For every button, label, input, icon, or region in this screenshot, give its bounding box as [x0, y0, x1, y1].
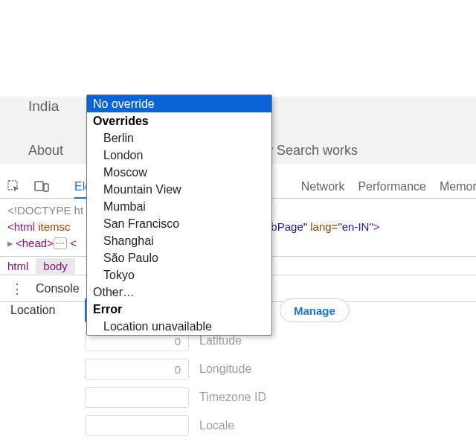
- footer-link-about[interactable]: About: [28, 143, 63, 159]
- tab-performance[interactable]: Performance: [358, 180, 426, 193]
- dropdown-item-override-7[interactable]: São Paulo: [87, 249, 271, 266]
- dropdown-heading-error: Error: [87, 301, 271, 318]
- latitude-label: Latitude: [199, 334, 274, 348]
- tab-network[interactable]: Network: [301, 180, 345, 193]
- inspect-icon[interactable]: [7, 180, 21, 193]
- crumb-html[interactable]: html: [0, 258, 36, 274]
- svg-rect-1: [35, 182, 43, 191]
- longitude-input[interactable]: [85, 359, 189, 380]
- location-label: Location: [10, 304, 85, 317]
- dropdown-heading-overrides: Overrides: [87, 112, 271, 129]
- dropdown-item-override-5[interactable]: San Francisco: [87, 215, 271, 232]
- locale-label: Locale: [199, 419, 274, 432]
- dropdown-item-override-2[interactable]: Moscow: [87, 164, 271, 181]
- dropdown-item-override-3[interactable]: Mountain View: [87, 181, 271, 198]
- dropdown-item-override-0[interactable]: Berlin: [87, 129, 271, 147]
- country-label: India: [28, 98, 59, 115]
- kebab-icon[interactable]: ⋮: [10, 281, 24, 297]
- timezone-input[interactable]: [85, 387, 189, 408]
- dropdown-item-override-4[interactable]: Mumbai: [87, 198, 271, 215]
- tab-console[interactable]: Console: [36, 282, 80, 295]
- svg-rect-2: [44, 184, 48, 191]
- dropdown-item-override-1[interactable]: London: [87, 147, 271, 164]
- timezone-label: Timezone ID: [199, 391, 289, 404]
- dropdown-item-override-6[interactable]: Shanghai: [87, 232, 271, 249]
- dropdown-item-override-8[interactable]: Tokyo: [87, 266, 271, 284]
- device-toolbar-icon[interactable]: [34, 181, 48, 193]
- dropdown-item-error-0[interactable]: Location unavailable: [87, 318, 271, 335]
- crumb-body[interactable]: body: [36, 258, 75, 274]
- tab-memory[interactable]: Memory: [440, 180, 476, 193]
- location-dropdown-popup: No override Overrides BerlinLondonMoscow…: [86, 95, 272, 336]
- locale-input[interactable]: [85, 415, 189, 436]
- dropdown-item-other[interactable]: Other…: [87, 284, 271, 301]
- ellipsis-icon[interactable]: ⋯: [54, 237, 67, 249]
- manage-button[interactable]: Manage: [280, 298, 350, 322]
- dropdown-item-no-override[interactable]: No override: [87, 95, 271, 112]
- longitude-label: Longitude: [199, 362, 274, 376]
